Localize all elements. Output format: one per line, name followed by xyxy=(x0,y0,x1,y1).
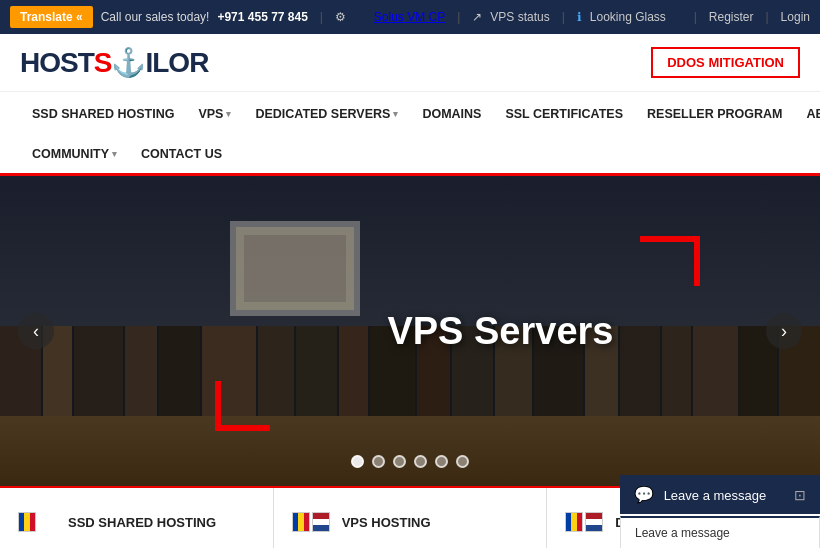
nav-label: DEDICATED SERVERS xyxy=(255,107,390,121)
flag-romania xyxy=(292,512,310,532)
card-ssd-hosting[interactable]: SSD SHARED HOSTING xyxy=(0,488,274,548)
info-icon: ℹ xyxy=(577,10,582,24)
card-icon-vps xyxy=(292,508,330,536)
nav-row-1: SSD SHARED HOSTING VPS ▾ DEDICATED SERVE… xyxy=(20,92,800,135)
slider-dot-5[interactable] xyxy=(435,455,448,468)
card-label-ssd: SSD SHARED HOSTING xyxy=(68,515,216,530)
nav-ssd-hosting[interactable]: SSD SHARED HOSTING xyxy=(20,95,186,133)
call-text: Call our sales today! xyxy=(101,10,210,24)
slider-next-button[interactable]: › xyxy=(766,313,802,349)
slider-dot-4[interactable] xyxy=(414,455,427,468)
nav-label: COMMUNITY xyxy=(32,147,109,161)
card-icon-ssd xyxy=(18,508,56,536)
slide-heading: VPS Servers xyxy=(387,310,613,353)
livechat-bar-label: Leave a message xyxy=(664,488,767,503)
chevron-down-icon: ▾ xyxy=(226,109,231,119)
flag-netherlands xyxy=(312,512,330,532)
phone-number: +971 455 77 845 xyxy=(217,10,307,24)
chat-icon: 💬 xyxy=(634,486,654,503)
slider-dot-3[interactable] xyxy=(393,455,406,468)
nav-ssl[interactable]: SSL CERTIFICATES xyxy=(493,95,635,133)
hero-picture-frame xyxy=(230,221,360,316)
slider-dot-2[interactable] xyxy=(372,455,385,468)
flag-romania xyxy=(565,512,583,532)
nav-label: RESELLER PROGRAM xyxy=(647,107,782,121)
register-link[interactable]: Register xyxy=(709,10,754,24)
translate-button[interactable]: Translate « xyxy=(10,6,93,28)
livechat-widget: 💬 Leave a message ⊡ Leave a message xyxy=(620,475,820,548)
expand-icon: ⊡ xyxy=(794,487,806,503)
slider-prev-button[interactable]: ‹ xyxy=(18,313,54,349)
looking-glass-label: Looking Glass xyxy=(590,10,666,24)
livechat-message: Leave a message xyxy=(620,516,820,548)
nav-about[interactable]: ABOUT US ▾ xyxy=(794,95,820,133)
card-icon-dedicated xyxy=(565,508,603,536)
nav-vps[interactable]: VPS ▾ xyxy=(186,95,243,133)
hero-picture-inner xyxy=(244,235,346,302)
nav-label: DOMAINS xyxy=(422,107,481,121)
chevron-down-icon: ▾ xyxy=(112,149,117,159)
nav-reseller[interactable]: RESELLER PROGRAM xyxy=(635,95,794,133)
chevron-down-icon: ▾ xyxy=(393,109,398,119)
livechat-bar[interactable]: 💬 Leave a message ⊡ xyxy=(620,475,820,514)
main-nav: SSD SHARED HOSTING VPS ▾ DEDICATED SERVE… xyxy=(0,92,820,176)
slider-dots xyxy=(351,455,469,468)
nav-label: CONTACT US xyxy=(141,147,222,161)
solus-label: Solus VM CP xyxy=(374,10,445,24)
ddos-button[interactable]: DDOS MITIGATION xyxy=(651,47,800,78)
flag-romania xyxy=(18,512,36,532)
card-vps-hosting[interactable]: VPS HOSTING xyxy=(274,488,548,548)
bracket-bottom-left xyxy=(215,381,270,431)
vps-status-link[interactable]: VPS status xyxy=(490,10,549,24)
logo-highlight: S⚓ xyxy=(94,47,146,78)
nav-label: VPS xyxy=(198,107,223,121)
vps-status-label: VPS status xyxy=(490,10,549,24)
flag-netherlands xyxy=(585,512,603,532)
nav-dedicated[interactable]: DEDICATED SERVERS ▾ xyxy=(243,95,410,133)
login-link[interactable]: Login xyxy=(781,10,810,24)
card-label-vps: VPS HOSTING xyxy=(342,515,431,530)
nav-label: SSL CERTIFICATES xyxy=(505,107,623,121)
header: HOSTS⚓ILOR DDOS MITIGATION xyxy=(0,34,820,92)
top-bar: Translate « Call our sales today! +971 4… xyxy=(0,0,820,34)
nav-contact[interactable]: CONTACT US xyxy=(129,135,234,173)
solus-link[interactable]: Solus VM CP xyxy=(374,10,445,24)
slider-dot-1[interactable] xyxy=(351,455,364,468)
nav-row-2: COMMUNITY ▾ CONTACT US xyxy=(20,135,800,173)
livechat-message-label: Leave a message xyxy=(635,526,730,540)
bracket-top-right xyxy=(640,236,700,286)
hero-slider: VPS Servers ‹ › xyxy=(0,176,820,486)
nav-domains[interactable]: DOMAINS xyxy=(410,95,493,133)
looking-glass-link[interactable]: Looking Glass xyxy=(590,10,666,24)
solus-icon: ⚙ xyxy=(335,10,346,24)
vps-icon: ↗ xyxy=(472,10,482,24)
nav-community[interactable]: COMMUNITY ▾ xyxy=(20,135,129,173)
nav-label: ABOUT US xyxy=(806,107,820,121)
slider-dot-6[interactable] xyxy=(456,455,469,468)
logo[interactable]: HOSTS⚓ILOR xyxy=(20,46,208,79)
nav-label: SSD SHARED HOSTING xyxy=(32,107,174,121)
